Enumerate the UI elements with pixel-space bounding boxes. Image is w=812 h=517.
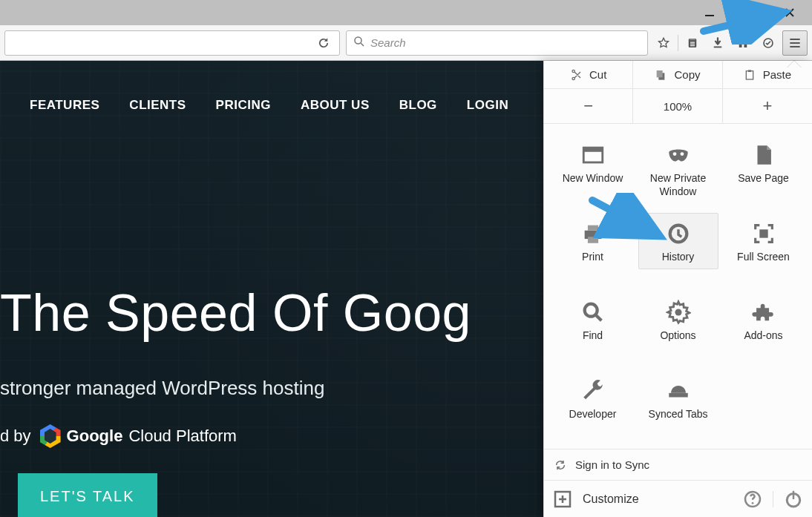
search-icon: [580, 300, 606, 325]
cut-button[interactable]: Cut: [544, 61, 633, 88]
svg-rect-9: [714, 46, 722, 47]
window-titlebar: [0, 0, 812, 25]
nav-features[interactable]: FEATURES: [30, 98, 99, 113]
tabs-icon: [666, 378, 691, 404]
svg-rect-20: [587, 225, 597, 231]
edit-row: Cut Copy Paste: [544, 61, 812, 89]
window-icon: [580, 142, 606, 168]
sync-icon: [554, 459, 566, 471]
synced-tabs-button[interactable]: Synced Tabs: [638, 370, 718, 427]
addons-button[interactable]: Add-ons: [724, 292, 804, 348]
clipboard-icon: [744, 69, 756, 81]
new-private-window-button[interactable]: New Private Window: [638, 134, 718, 203]
svg-point-18: [680, 152, 684, 156]
gcp-hex-icon: [40, 424, 61, 448]
svg-rect-12: [657, 70, 663, 77]
gcp-product: Cloud Platform: [128, 427, 237, 446]
gcp-brand: Google: [67, 427, 123, 446]
window-close-button[interactable]: [773, 1, 806, 24]
printer-icon: [580, 221, 606, 246]
page-icon: [751, 142, 776, 168]
browser-toolbar: [0, 25, 812, 61]
reload-button[interactable]: [312, 32, 335, 54]
scissors-icon: [570, 69, 582, 81]
url-bar[interactable]: [4, 30, 340, 56]
svg-rect-7: [690, 43, 695, 44]
lets-talk-button[interactable]: LET'S TALK: [18, 473, 157, 517]
window-minimize-button[interactable]: [693, 1, 726, 24]
nav-about[interactable]: ABOUT US: [301, 98, 370, 113]
gear-icon: [666, 300, 691, 325]
svg-rect-23: [759, 229, 767, 237]
search-box[interactable]: [346, 30, 648, 56]
home-button[interactable]: [732, 32, 754, 54]
svg-rect-8: [690, 45, 695, 46]
clock-icon: [666, 221, 691, 246]
hero-subtitle: stronger managed WordPress hosting: [0, 377, 324, 400]
svg-rect-26: [669, 393, 688, 398]
options-button[interactable]: Options: [638, 292, 718, 348]
help-button[interactable]: [741, 488, 764, 510]
svg-rect-21: [587, 237, 597, 243]
svg-rect-6: [690, 42, 695, 42]
svg-rect-16: [583, 148, 603, 152]
copy-icon: [655, 69, 667, 81]
paste-button[interactable]: Paste: [723, 61, 812, 88]
toolbar-separator: [678, 35, 678, 51]
developer-button[interactable]: Developer: [553, 370, 633, 427]
find-button[interactable]: Find: [553, 292, 633, 348]
svg-point-25: [675, 309, 681, 315]
puzzle-icon: [751, 300, 776, 325]
window-maximize-button[interactable]: [733, 1, 766, 24]
svg-rect-2: [745, 10, 753, 17]
wrench-icon: [580, 378, 606, 404]
customize-button[interactable]: Customize: [583, 493, 639, 506]
svg-point-3: [355, 37, 361, 44]
full-screen-button[interactable]: Full Screen: [724, 213, 804, 269]
history-button[interactable]: History: [638, 213, 718, 269]
sign-in-label: Sign in to Sync: [575, 458, 649, 471]
fullscreen-icon: [751, 221, 776, 246]
svg-rect-31: [793, 491, 795, 499]
bookmark-star-button[interactable]: [652, 32, 675, 54]
sign-in-to-sync-button[interactable]: Sign in to Sync: [544, 449, 812, 480]
zoom-out-button[interactable]: −: [544, 89, 633, 123]
nav-blog[interactable]: BLOG: [399, 98, 437, 113]
save-page-button[interactable]: Save Page: [724, 134, 804, 191]
hamburger-menu-button[interactable]: [782, 30, 808, 56]
svg-point-29: [752, 502, 754, 504]
print-button[interactable]: Print: [553, 213, 633, 269]
hamburger-menu-panel: Cut Copy Paste − 100% + New Window N: [543, 61, 812, 517]
zoom-in-button[interactable]: +: [723, 89, 812, 123]
svg-rect-13: [746, 70, 753, 79]
shield-button[interactable]: [757, 32, 779, 54]
copy-button[interactable]: Copy: [633, 61, 722, 88]
new-window-button[interactable]: New Window: [553, 134, 633, 191]
svg-point-17: [672, 152, 676, 156]
svg-rect-5: [690, 39, 695, 40]
powered-by-prefix: d by: [0, 427, 31, 446]
downloads-button[interactable]: [707, 32, 729, 54]
paste-label: Paste: [763, 68, 791, 81]
search-input[interactable]: [370, 36, 641, 49]
cut-label: Cut: [589, 68, 606, 81]
svg-point-24: [584, 304, 597, 317]
quit-button[interactable]: [782, 488, 805, 510]
zoom-row: − 100% +: [544, 89, 812, 124]
svg-rect-14: [748, 70, 751, 72]
nav-pricing[interactable]: PRICING: [216, 98, 271, 113]
reader-list-button[interactable]: [681, 32, 704, 54]
svg-rect-0: [705, 15, 714, 16]
search-icon: [353, 35, 366, 51]
mask-icon: [666, 142, 691, 168]
copy-label: Copy: [674, 68, 700, 81]
customize-plus-icon: [551, 488, 574, 510]
gcp-logo: Google Cloud Platform: [40, 424, 237, 448]
zoom-value: 100%: [633, 89, 722, 123]
powered-by-line: d by Google Cloud Platform: [0, 424, 237, 448]
nav-login[interactable]: LOGIN: [467, 98, 508, 113]
menu-tiles-grid: New Window New Private Window Save Page …: [544, 124, 812, 449]
nav-clients[interactable]: CLIENTS: [129, 98, 186, 113]
hero-title: The Speed Of Goog: [0, 283, 471, 343]
